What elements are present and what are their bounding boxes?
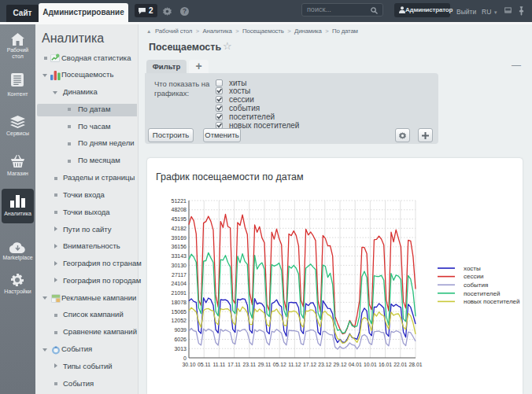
svg-text:23.11: 23.11 (243, 362, 257, 367)
svg-text:05.11: 05.11 (198, 362, 211, 367)
svg-text:10.01: 10.01 (364, 362, 377, 367)
svg-text:16.01: 16.01 (379, 362, 392, 367)
svg-text:0: 0 (183, 355, 187, 361)
svg-text:3013: 3013 (174, 346, 187, 352)
svg-text:17.12: 17.12 (303, 362, 316, 367)
svg-text:24104: 24104 (172, 281, 187, 286)
svg-text:?: ? (183, 8, 187, 15)
svg-text:30.10: 30.10 (182, 362, 195, 367)
svg-text:11.11: 11.11 (212, 362, 225, 367)
svg-text:36156: 36156 (172, 244, 187, 249)
svg-text:6026: 6026 (174, 337, 187, 342)
svg-text:события: события (464, 282, 488, 289)
svg-text:51221: 51221 (172, 198, 187, 204)
svg-text:05.12: 05.12 (273, 362, 286, 367)
svg-text:29.11: 29.11 (258, 362, 272, 367)
svg-text:45195: 45195 (172, 216, 187, 222)
svg-text:27117: 27117 (172, 272, 187, 278)
svg-text:23.12: 23.12 (318, 362, 331, 367)
svg-text:9039: 9039 (174, 327, 187, 333)
svg-text:15065: 15065 (172, 309, 187, 315)
svg-text:21091: 21091 (172, 290, 187, 296)
svg-text:11.12: 11.12 (288, 362, 301, 367)
svg-text:хосты: хосты (464, 265, 481, 272)
svg-text:12052: 12052 (172, 318, 187, 323)
svg-text:39169: 39169 (172, 235, 187, 241)
svg-text:04.01: 04.01 (349, 362, 362, 367)
svg-text:48208: 48208 (172, 207, 187, 212)
svg-text:17.11: 17.11 (227, 362, 241, 367)
svg-text:29.12: 29.12 (333, 362, 346, 367)
svg-text:42182: 42182 (172, 226, 187, 231)
svg-text:28.01: 28.01 (408, 362, 422, 367)
svg-text:посетителей: посетителей (464, 290, 500, 297)
svg-text:30130: 30130 (172, 263, 187, 268)
svg-text:сессии: сессии (464, 273, 483, 280)
svg-text:18078: 18078 (172, 300, 187, 305)
svg-text:22.01: 22.01 (393, 362, 407, 367)
svg-text:33143: 33143 (172, 253, 187, 259)
svg-text:новых посетителей: новых посетителей (464, 298, 520, 305)
